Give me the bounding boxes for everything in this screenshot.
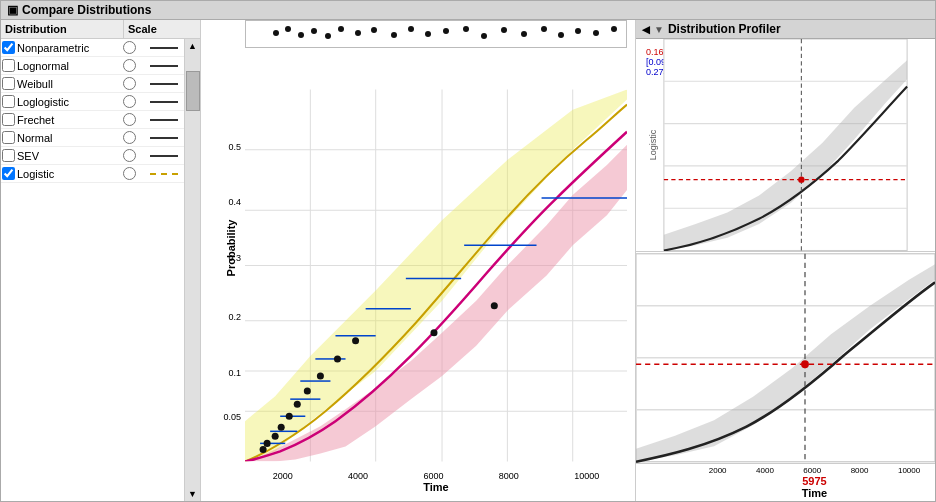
svg-point-20 [611, 26, 617, 32]
sev-line [150, 155, 178, 157]
x-axis-area: 2000 4000 6000 8000 10000 Time [245, 471, 627, 501]
y-axis-label: Probability [225, 219, 237, 276]
frechet-radio[interactable] [123, 113, 136, 126]
main-plot-svg [245, 52, 627, 499]
dropdown-icon[interactable]: ▼ [654, 24, 664, 35]
y-tick-01: 0.1 [228, 368, 241, 378]
svg-marker-33 [245, 90, 627, 462]
dist-name-normal: Normal [15, 132, 114, 144]
profiler-title: Distribution Profiler [668, 22, 781, 36]
list-item: Lognormal [1, 57, 184, 75]
svg-point-5 [338, 26, 344, 32]
x-tick-labels: 2000 4000 6000 8000 10000 [245, 471, 627, 481]
sev-radio[interactable] [123, 149, 136, 162]
svg-point-12 [463, 26, 469, 32]
svg-point-7 [371, 27, 377, 33]
lognormal-checkbox[interactable] [2, 59, 15, 72]
lognormal-radio[interactable] [123, 59, 136, 72]
profiler-x-ticks: 2000 4000 6000 8000 10000 [694, 464, 935, 475]
svg-point-53 [317, 373, 324, 380]
svg-point-52 [304, 388, 311, 395]
x-tick-2000: 2000 [273, 471, 293, 481]
loglogistic-checkbox[interactable] [2, 95, 15, 108]
list-item: Loglogistic [1, 93, 184, 111]
scrollbar-thumb[interactable] [186, 71, 200, 111]
svg-point-46 [260, 446, 267, 453]
svg-point-18 [575, 28, 581, 34]
scale-header: Scale [124, 20, 184, 38]
profiler-x-label: Time [802, 487, 827, 499]
svg-point-19 [593, 30, 599, 36]
dist-name-logistic: Logistic [15, 168, 114, 180]
profiler-x-value: 5975 [802, 475, 826, 487]
svg-point-0 [273, 30, 279, 36]
scrollbar[interactable]: ▲ ▼ [184, 39, 200, 501]
svg-point-47 [264, 440, 271, 447]
svg-point-1 [285, 26, 291, 32]
content-area: Distribution Scale Nonparametric [1, 20, 935, 501]
left-panel: Distribution Scale Nonparametric [1, 20, 201, 501]
px-tick-10000: 10000 [898, 466, 920, 475]
logistic-line [150, 173, 178, 175]
window-icon: ▣ [7, 3, 18, 17]
list-item: SEV [1, 147, 184, 165]
logistic-radio[interactable] [123, 167, 136, 180]
weibull-line [150, 83, 178, 85]
normal-checkbox[interactable] [2, 131, 15, 144]
normal-radio[interactable] [123, 131, 136, 144]
dist-name-frechet: Frechet [15, 114, 114, 126]
px-tick-6000: 6000 [803, 466, 821, 475]
nonparametric-radio[interactable] [123, 41, 136, 54]
weibull-checkbox[interactable] [2, 77, 15, 90]
profiler-charts: Logistic 0.166419 [0.09512, 0.27493] 0 0… [636, 39, 935, 501]
main-chart-area: 0.05 0.1 0.2 0.3 0.4 0.5 Probability 200… [201, 20, 635, 501]
exponential-chart-svg [636, 252, 935, 464]
svg-point-74 [801, 360, 809, 368]
x-tick-8000: 8000 [499, 471, 519, 481]
logistic-chart-svg [636, 39, 935, 251]
frechet-line [150, 119, 178, 121]
dist-name-sev: SEV [15, 150, 114, 162]
svg-point-14 [501, 27, 507, 33]
list-item: Normal [1, 129, 184, 147]
px-tick-8000: 8000 [851, 466, 869, 475]
svg-point-50 [286, 413, 293, 420]
svg-point-3 [311, 28, 317, 34]
profiler-x-axis: 2000 4000 6000 8000 10000 5975 Time [636, 464, 935, 501]
svg-point-11 [443, 28, 449, 34]
px-tick-2000: 2000 [709, 466, 727, 475]
collapse-icon[interactable]: ◀ [642, 24, 650, 35]
frechet-checkbox[interactable] [2, 113, 15, 126]
logistic-profiler[interactable]: Logistic 0.166419 [0.09512, 0.27493] 0 0… [636, 39, 935, 252]
list-item: Nonparametric [1, 39, 184, 57]
lognormal-line [150, 65, 178, 67]
svg-point-16 [541, 26, 547, 32]
svg-point-9 [408, 26, 414, 32]
x-tick-4000: 4000 [348, 471, 368, 481]
window-title: Compare Distributions [22, 3, 151, 17]
main-chart[interactable]: 0.05 0.1 0.2 0.3 0.4 0.5 Probability [245, 24, 627, 471]
logistic-checkbox[interactable] [2, 167, 15, 180]
loglogistic-line [150, 101, 178, 103]
sev-checkbox[interactable] [2, 149, 15, 162]
profiler-header: ◀ ▼ Distribution Profiler [636, 20, 935, 39]
svg-point-13 [481, 33, 487, 39]
loglogistic-radio[interactable] [123, 95, 136, 108]
svg-point-56 [430, 329, 437, 336]
main-window: ▣ Compare Distributions Distribution Sca… [0, 0, 936, 502]
exponential-profiler[interactable]: Exponential 0.187926 [0.1115, 0.30687] 0… [636, 252, 935, 465]
y-tick-04: 0.4 [228, 197, 241, 207]
svg-point-15 [521, 31, 527, 37]
dist-name-lognormal: Lognormal [15, 60, 114, 72]
weibull-radio[interactable] [123, 77, 136, 90]
svg-point-2 [298, 32, 304, 38]
distribution-header: Distribution [1, 20, 124, 38]
nonparametric-checkbox[interactable] [2, 41, 15, 54]
x-tick-6000: 6000 [423, 471, 443, 481]
dist-name-nonparametric: Nonparametric [15, 42, 114, 54]
dist-name-loglogistic: Loglogistic [15, 96, 114, 108]
dot-strip [245, 20, 627, 48]
svg-point-55 [352, 337, 359, 344]
y-tick-005: 0.05 [223, 412, 241, 422]
svg-point-57 [491, 302, 498, 309]
